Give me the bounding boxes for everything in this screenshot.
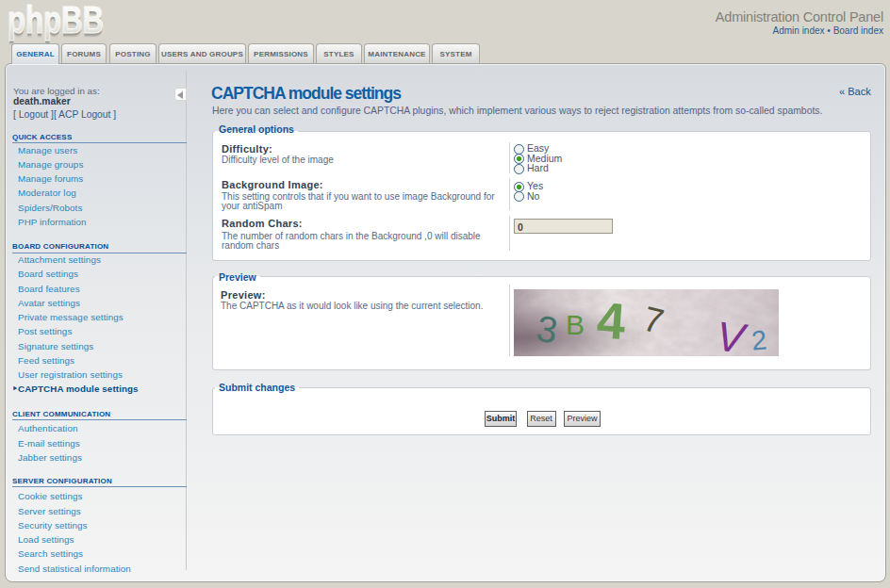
svg-text:2: 2 <box>750 324 768 355</box>
svg-text:B: B <box>566 309 585 340</box>
svg-text:4: 4 <box>595 291 627 350</box>
svg-text:phpBB: phpBB <box>8 0 104 41</box>
